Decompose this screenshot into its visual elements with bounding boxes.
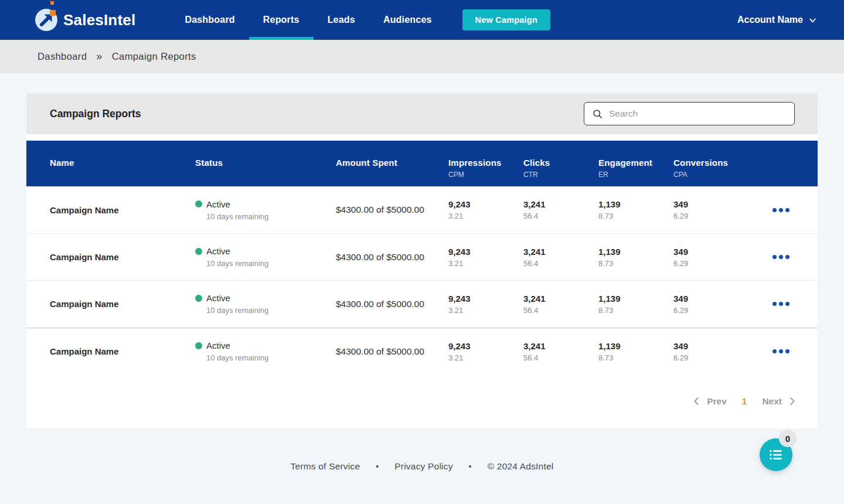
page-footer: Terms of Service • Privacy Policy • © 20… (0, 428, 844, 504)
conversions-cell: 349 6.29 (673, 294, 744, 315)
brand-logo[interactable]: SalesIntel (35, 9, 135, 31)
column-header-impressions: Impressions CPM (448, 158, 523, 179)
clicks-cell: 3,241 56.4 (523, 294, 598, 315)
chevron-right-icon (788, 397, 797, 406)
search-input[interactable] (609, 108, 787, 119)
chevron-down-icon (808, 15, 818, 25)
campaign-name: Campaign Name (50, 205, 195, 215)
amount-spent: $4300.00 of $5000.00 (336, 252, 448, 263)
campaign-name: Campaign Name (50, 346, 195, 356)
table-row: Campaign Name Active 10 days remaining $… (26, 327, 818, 374)
table-header-row: Name Status Amount Spent Impressions CPM… (26, 141, 818, 186)
account-menu[interactable]: Account Name (737, 15, 818, 25)
status-dot-icon (195, 342, 202, 349)
next-label: Next (762, 396, 782, 407)
column-header-name: Name (50, 158, 195, 168)
pagination-next-button[interactable]: Next (762, 396, 797, 407)
conversions-cell: 349 6.29 (673, 341, 744, 362)
main-content: Campaign Reports Name Status A (0, 73, 844, 428)
terms-of-service-link[interactable]: Terms of Service (291, 461, 360, 472)
breadcrumb: Dashboard » Campaign Reports (0, 40, 844, 73)
table-row: Campaign Name Active 10 days remaining $… (26, 186, 818, 233)
row-actions-ellipsis-icon[interactable] (769, 251, 793, 263)
status-label: Active (206, 340, 230, 350)
table-header-gap (26, 134, 818, 141)
card-header: Campaign Reports (26, 93, 818, 134)
search-box (584, 102, 795, 125)
fab-count-badge: 0 (779, 430, 797, 447)
engagement-cell: 1,139 8.73 (598, 199, 673, 220)
brand-logo-icon (35, 9, 57, 31)
breadcrumb-dashboard[interactable]: Dashboard (38, 51, 87, 62)
conversions-cell: 349 6.29 (673, 199, 744, 220)
status-label: Active (206, 199, 230, 209)
list-lines-icon (768, 447, 784, 462)
pagination-prev-button[interactable]: Prev (692, 396, 727, 407)
status-label: Active (206, 293, 230, 303)
engagement-cell: 1,139 8.73 (598, 247, 673, 268)
status-label: Active (206, 246, 230, 256)
chevron-left-icon (692, 397, 701, 406)
status-dot-icon (195, 295, 202, 302)
campaign-name: Campaign Name (50, 252, 195, 262)
nav-item-reports[interactable]: Reports (249, 0, 314, 40)
campaign-name: Campaign Name (50, 299, 195, 309)
new-campaign-button[interactable]: New Campaign (462, 9, 550, 30)
brand-name: SalesIntel (63, 11, 135, 29)
campaign-status: Active 10 days remaining (195, 340, 336, 362)
nav-item-dashboard[interactable]: Dashboard (171, 0, 249, 40)
table-row: Campaign Name Active 10 days remaining $… (26, 233, 818, 280)
clicks-cell: 3,241 56.4 (523, 341, 598, 362)
engagement-cell: 1,139 8.73 (598, 294, 673, 315)
clicks-cell: 3,241 56.4 (523, 199, 598, 220)
column-header-amount-spent: Amount Spent (336, 158, 448, 168)
impressions-cell: 9,243 3.21 (448, 294, 523, 315)
impressions-cell: 9,243 3.21 (448, 199, 523, 220)
row-actions-ellipsis-icon[interactable] (769, 205, 793, 216)
campaign-status: Active 10 days remaining (195, 246, 336, 268)
impressions-cell: 9,243 3.21 (448, 341, 523, 362)
breadcrumb-separator-icon: » (96, 50, 102, 63)
status-dot-icon (195, 200, 202, 207)
status-detail: 10 days remaining (195, 259, 336, 268)
clicks-cell: 3,241 56.4 (523, 247, 598, 268)
column-header-status: Status (195, 158, 336, 168)
status-detail: 10 days remaining (195, 353, 336, 362)
copyright-text: © 2024 AdsIntel (488, 461, 554, 472)
amount-spent: $4300.00 of $5000.00 (336, 205, 448, 215)
amount-spent: $4300.00 of $5000.00 (336, 346, 448, 357)
footer-separator-dot: • (376, 462, 379, 471)
nav-item-audiences[interactable]: Audiences (369, 0, 446, 40)
campaign-status: Active 10 days remaining (195, 293, 336, 315)
amount-spent: $4300.00 of $5000.00 (336, 299, 448, 309)
campaign-status: Active 10 days remaining (195, 199, 336, 221)
status-detail: 10 days remaining (195, 306, 336, 315)
page-title: Campaign Reports (50, 108, 141, 120)
status-dot-icon (195, 248, 202, 255)
privacy-policy-link[interactable]: Privacy Policy (394, 461, 452, 472)
row-actions-ellipsis-icon[interactable] (769, 298, 793, 309)
impressions-cell: 9,243 3.21 (448, 247, 523, 268)
search-icon (592, 108, 603, 120)
column-header-clicks: Clicks CTR (523, 158, 598, 179)
nav-item-leads[interactable]: Leads (314, 0, 369, 40)
row-actions-ellipsis-icon[interactable] (769, 346, 793, 357)
column-header-engagement: Engagement ER (598, 158, 673, 179)
conversions-cell: 349 6.29 (673, 247, 744, 268)
campaign-reports-card: Campaign Reports Name Status A (26, 93, 818, 428)
table-row: Campaign Name Active 10 days remaining $… (26, 280, 818, 327)
footer-separator-dot: • (469, 462, 472, 471)
status-detail: 10 days remaining (195, 212, 336, 221)
pagination-page-1[interactable]: 1 (742, 396, 747, 407)
main-nav: Dashboard Reports Leads Audiences (171, 0, 445, 40)
account-name-label: Account Name (737, 15, 803, 25)
engagement-cell: 1,139 8.73 (598, 341, 673, 362)
column-header-conversions: Conversions CPA (673, 158, 744, 179)
prev-label: Prev (707, 396, 727, 407)
top-navbar: SalesIntel Dashboard Reports Leads Audie… (0, 0, 844, 40)
breadcrumb-current: Campaign Reports (112, 51, 196, 62)
logo-accent-mark (50, 1, 54, 5)
pagination: Prev 1 Next (26, 374, 818, 428)
